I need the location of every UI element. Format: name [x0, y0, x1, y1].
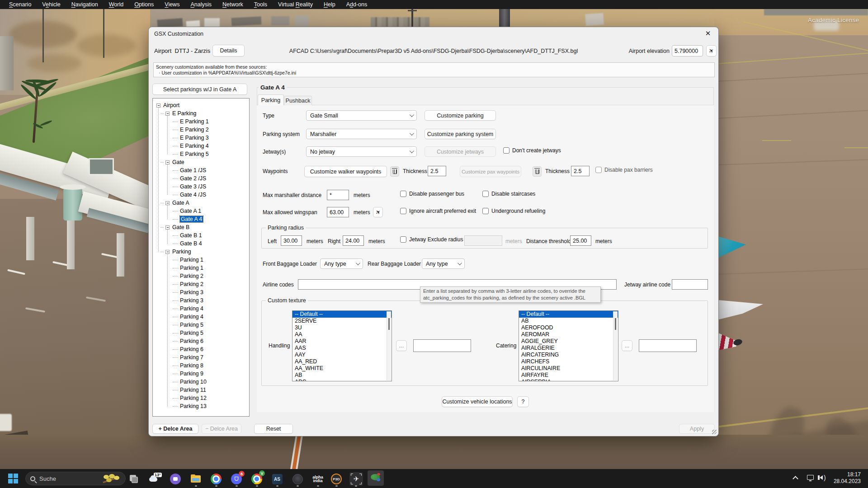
tree-item-parking-5[interactable]: Parking 5 — [173, 329, 203, 337]
tree-item-parking-3[interactable]: Parking 3 — [173, 288, 203, 296]
tree-item-gate-4-js[interactable]: Gate 4 /JS — [173, 191, 206, 199]
scrollbar-thumb[interactable] — [615, 318, 616, 330]
tree-collapse-icon[interactable] — [165, 160, 170, 164]
tree-item-parking-2[interactable]: Parking 2 — [173, 280, 203, 288]
tree-item-e-parking-3[interactable]: E Parking 3 — [173, 134, 209, 142]
tree-item-gate-b[interactable]: Gate B — [165, 223, 189, 231]
disable-pax-barriers-checkbox[interactable]: Disable pax barriers — [595, 167, 653, 173]
airport-elevation-input[interactable]: 5.790000 — [672, 45, 703, 56]
remove-delce-area-button[interactable]: − Delce Area — [202, 424, 241, 434]
tree-item-parking-12[interactable]: Parking 12 — [173, 394, 207, 402]
tree-item-e-parking-2[interactable]: E Parking 2 — [173, 126, 209, 134]
taskbar-search[interactable]: Suche — [25, 472, 126, 485]
menu-item-help[interactable]: Help — [318, 0, 341, 9]
menu-item-vehicle[interactable]: Vehicle — [37, 0, 66, 9]
list-item[interactable]: AEROFOOD — [519, 324, 618, 331]
customize-pax-waypoints-button[interactable]: Customize pax waypoints — [460, 166, 521, 177]
discord-icon[interactable]: ᗜ 6 — [230, 473, 243, 485]
list-item[interactable]: AB — [292, 372, 392, 379]
list-item[interactable]: -- Default -- — [292, 311, 392, 318]
p3d-app-icon[interactable]: P3D — [330, 473, 343, 485]
tree-item-e-parking-4[interactable]: E Parking 4 — [173, 142, 209, 150]
file-explorer-icon[interactable] — [189, 473, 202, 485]
checkbox-icon[interactable] — [482, 191, 489, 197]
list-item[interactable]: AIRCULINAIRE — [519, 365, 618, 372]
menu-item-network[interactable]: Network — [217, 0, 249, 9]
menu-item-options[interactable]: Options — [129, 0, 159, 9]
tree-collapse-icon[interactable] — [165, 225, 170, 230]
tree-item-airport[interactable]: Airport — [156, 101, 179, 109]
list-item[interactable]: AB — [519, 318, 618, 324]
tree-collapse-icon[interactable] — [156, 103, 160, 108]
dark-circle-app-icon[interactable] — [291, 473, 304, 485]
elevation-apply-plane-button[interactable]: ✈ — [706, 45, 717, 56]
list-item[interactable]: AAS — [292, 345, 392, 352]
tree-item-parking-5[interactable]: Parking 5 — [173, 321, 203, 329]
parking-tree[interactable]: AirportE ParkingE Parking 1E Parking 2E … — [152, 98, 250, 417]
weather-widget[interactable]: 13° — [148, 473, 161, 485]
customize-walker-waypoints-button[interactable]: Customize walker waypoints — [304, 166, 387, 177]
tree-item-gate-a-4[interactable]: Gate A 4 — [173, 215, 203, 223]
customize-parking-button[interactable]: Customize parking — [425, 110, 496, 121]
list-item[interactable]: AIRCATERING — [519, 352, 618, 358]
tree-item-gate-2-js[interactable]: Gate 2 /JS — [173, 174, 206, 183]
tree-item-e-parking[interactable]: E Parking — [165, 109, 196, 117]
add-delce-area-button[interactable]: + Delce Area — [152, 424, 198, 434]
handling-listbox[interactable]: -- Default --2SERVE3UAAAARAASAAYAA_REDAA… — [292, 310, 392, 381]
tab-parking[interactable]: Parking — [258, 94, 284, 105]
list-item[interactable]: AA_RED — [292, 358, 392, 365]
select-parkings-button[interactable]: Select parkings w/J in Gate A — [152, 84, 247, 95]
disable-passenger-bus-checkbox[interactable]: Disable passenger bus — [400, 191, 464, 197]
tree-item-parking-3[interactable]: Parking 3 — [173, 296, 203, 305]
volume-tray-icon[interactable] — [820, 475, 823, 480]
tree-collapse-icon[interactable] — [165, 250, 170, 254]
menu-item-analysis[interactable]: Analysis — [185, 0, 217, 9]
list-item[interactable]: AAY — [292, 352, 392, 358]
tree-item-parking-4[interactable]: Parking 4 — [173, 313, 203, 321]
list-item[interactable]: AIRALGERIE — [519, 345, 618, 352]
jetway-exclude-radius-input[interactable] — [464, 235, 502, 246]
handling-texture-input[interactable] — [413, 339, 471, 352]
plane-crosshair-app-icon[interactable]: ✈ — [349, 472, 363, 486]
customize-vehicle-locations-button[interactable]: Customize vehicle locations — [442, 396, 513, 407]
tab-pushback[interactable]: Pushback — [284, 96, 312, 105]
max-marshaller-input[interactable]: * — [327, 190, 349, 200]
jetway-exclude-radius-checkbox[interactable]: Jetway Exclude radius — [400, 236, 463, 243]
video-app-icon[interactable] — [169, 473, 182, 485]
tree-item-gate-b-4[interactable]: Gate B 4 — [173, 239, 202, 248]
menu-item-navigation[interactable]: Navigation — [66, 0, 104, 9]
thickness-walker-input[interactable]: 2.5 — [428, 166, 446, 176]
tree-item-parking-4[interactable]: Parking 4 — [173, 305, 203, 313]
left-radius-input[interactable]: 30.00 — [281, 235, 302, 246]
tree-item-parking-1[interactable]: Parking 1 — [173, 264, 203, 272]
reset-button[interactable]: Reset — [254, 424, 293, 434]
catering-listbox[interactable]: -- Default --ABAEROFOODAEROMARAGGIE_GREY… — [519, 310, 618, 381]
list-item[interactable]: AGGIE_GREY — [519, 338, 618, 345]
tree-item-parking-6[interactable]: Parking 6 — [173, 345, 203, 353]
tree-item-gate-b-1[interactable]: Gate B 1 — [173, 231, 202, 239]
alpha-india-app-icon[interactable]: alphaindia — [311, 473, 324, 485]
tree-item-e-parking-5[interactable]: E Parking 5 — [173, 150, 209, 158]
task-view-icon[interactable] — [127, 473, 140, 485]
tree-collapse-icon[interactable] — [165, 112, 170, 116]
distance-threshold-input[interactable]: 25.00 — [570, 235, 591, 246]
underground-refueling-checkbox[interactable]: Underground refueling — [482, 208, 545, 214]
wingspan-plane-button[interactable]: ✈ — [373, 207, 383, 217]
network-tray-icon[interactable] — [807, 475, 814, 480]
list-item[interactable]: AIRFAYRE — [519, 372, 618, 379]
apply-button[interactable]: Apply — [679, 424, 715, 434]
list-item[interactable]: AAR — [292, 338, 392, 345]
checkbox-icon[interactable] — [400, 208, 406, 214]
menu-item-add-ons[interactable]: Add-ons — [341, 0, 373, 9]
tree-item-gate-3-js[interactable]: Gate 3 /JS — [173, 183, 206, 191]
catering-texture-input[interactable] — [639, 339, 697, 352]
delete-walker-waypoints-button[interactable] — [390, 166, 399, 177]
thickness-pax-input[interactable]: 2.5 — [571, 166, 590, 176]
tree-item-parking-13[interactable]: Parking 13 — [173, 402, 207, 410]
tree-item-parking-11[interactable]: Parking 11 — [173, 386, 206, 394]
customize-jetways-button[interactable]: Customize jetways — [425, 146, 496, 157]
start-button[interactable] — [8, 474, 20, 483]
tray-expand-icon[interactable] — [793, 476, 798, 482]
checkbox-icon[interactable] — [503, 147, 509, 154]
catering-more-button[interactable]: ... — [622, 340, 632, 351]
